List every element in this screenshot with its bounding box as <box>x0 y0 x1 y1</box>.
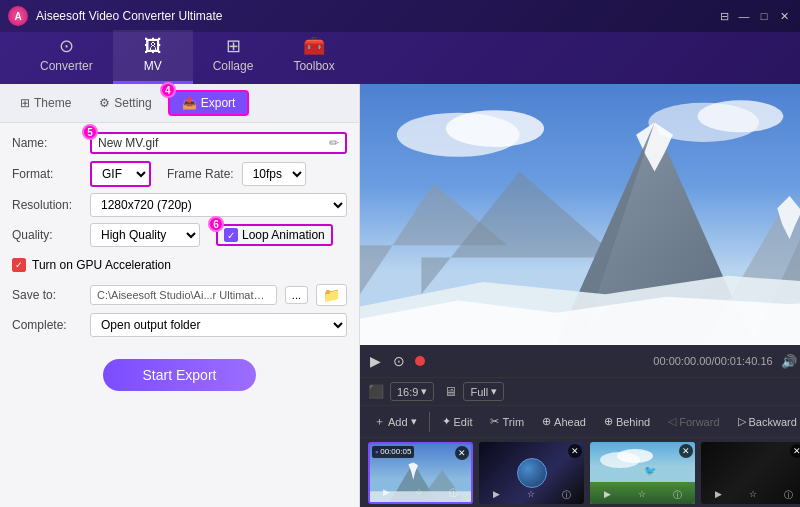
chat-icon-btn[interactable]: ⊟ <box>716 8 732 24</box>
add-chevron-icon: ▾ <box>411 415 417 428</box>
thumb-4-info-icon[interactable]: ⓘ <box>784 489 793 502</box>
thumb-4-play-icon[interactable]: ▶ <box>715 489 722 502</box>
ahead-button[interactable]: ⊕ Ahead <box>536 413 592 430</box>
divider-1 <box>429 412 430 432</box>
collage-icon: ⊞ <box>226 35 241 57</box>
stop-button[interactable]: ⊙ <box>391 353 407 369</box>
quality-select[interactable]: High Quality Medium Quality Low Quality <box>90 223 200 247</box>
chevron-down-icon-2: ▾ <box>491 385 497 398</box>
framerate-select[interactable]: 10fps 15fps 24fps 30fps <box>242 162 306 186</box>
aspect-ratio-button[interactable]: 16:9 ▾ <box>390 382 434 401</box>
complete-select[interactable]: Open output folder Do nothing Shut down <box>90 313 347 337</box>
thumb-1-controls: ▶ ☆ ⓘ <box>370 487 471 500</box>
scissors-icon: ✂ <box>490 415 499 428</box>
thumb-3-play-icon[interactable]: ▶ <box>604 489 611 502</box>
trim-button[interactable]: ✂ Trim <box>484 413 530 430</box>
thumb-2-close[interactable]: ✕ <box>568 444 582 458</box>
edit-button[interactable]: ✦ Edit <box>436 413 479 430</box>
nav-bar: ⊙ Converter 🖼 MV ⊞ Collage 🧰 Toolbox <box>0 32 800 84</box>
plus-icon: ＋ <box>374 414 385 429</box>
record-indicator <box>415 356 425 366</box>
volume-icon[interactable]: 🔊 <box>781 354 797 369</box>
gpu-checkbox[interactable]: ✓ <box>12 258 26 272</box>
thumb-1-star-icon[interactable]: ☆ <box>415 487 423 500</box>
thumb-1-overlay: ▪ 00:00:05 <box>372 446 414 458</box>
tab-toolbox[interactable]: 🧰 Toolbox <box>273 29 354 84</box>
converter-icon: ⊙ <box>59 35 74 57</box>
thumb-4-close[interactable]: ✕ <box>790 444 800 458</box>
play-button[interactable]: ▶ <box>368 353 383 369</box>
thumbnail-3[interactable]: 🐦 ✕ ▶ ☆ ⓘ <box>590 442 695 504</box>
thumbnail-4[interactable]: ✕ ▶ ☆ ⓘ <box>701 442 800 504</box>
aspect-ratio-icon: ⬛ <box>368 384 384 399</box>
thumb-1-close[interactable]: ✕ <box>455 446 469 460</box>
thumb-3-controls: ▶ ☆ ⓘ <box>590 489 695 502</box>
chevron-down-icon: ▾ <box>421 385 427 398</box>
size-button[interactable]: Full ▾ <box>463 382 504 401</box>
step-badge-6: 6 <box>208 216 224 232</box>
thumb-3-close[interactable]: ✕ <box>679 444 693 458</box>
format-select[interactable]: GIF MP4 AVI <box>92 163 149 185</box>
forward-button[interactable]: ◁ Forward <box>662 413 725 430</box>
thumb-3-star-icon[interactable]: ☆ <box>638 489 646 502</box>
monitor-icon: 🖥 <box>444 384 457 399</box>
mv-icon: 🖼 <box>144 36 162 57</box>
thumb-1-play-icon[interactable]: ▶ <box>383 487 390 500</box>
video-frame: AISEESOFT <box>360 84 800 345</box>
sub-nav: ⊞ Theme ⚙ Setting 4 📤 Export <box>0 84 359 123</box>
add-button[interactable]: ＋ Add ▾ <box>368 412 423 431</box>
grid-icon: ⊞ <box>20 96 30 110</box>
behind-button[interactable]: ⊕ Behind <box>598 413 656 430</box>
theme-button[interactable]: ⊞ Theme <box>8 90 83 116</box>
tab-collage[interactable]: ⊞ Collage <box>193 29 274 84</box>
browse-dots-button[interactable]: ... <box>285 286 308 304</box>
resolution-select[interactable]: 1280x720 (720p) 1920x1080 (1080p) 854x48… <box>90 193 347 217</box>
start-export-left-button[interactable]: Start Export <box>103 359 257 391</box>
complete-row: Complete: Open output folder Do nothing … <box>12 313 347 337</box>
thumb-2-star-icon[interactable]: ☆ <box>527 489 535 502</box>
thumb-3-info-icon[interactable]: ⓘ <box>673 489 682 502</box>
thumbnail-2[interactable]: ✕ ▶ ☆ ⓘ <box>479 442 584 504</box>
thumbnail-1[interactable]: ▪ 00:00:05 ✕ ▶ ☆ ⓘ <box>368 442 473 504</box>
minimize-button[interactable]: — <box>736 8 752 24</box>
tab-converter[interactable]: ⊙ Converter <box>20 29 113 84</box>
left-panel: ⊞ Theme ⚙ Setting 4 📤 Export Name: 5 <box>0 84 360 507</box>
tab-mv[interactable]: 🖼 MV <box>113 30 193 84</box>
setting-button[interactable]: ⚙ Setting <box>87 90 163 116</box>
framerate-label: Frame Rate: <box>167 167 234 181</box>
name-input-wrap: New MV.gif ✏ <box>90 132 347 154</box>
backward-button[interactable]: ▷ Backward <box>732 413 801 430</box>
toolbox-icon: 🧰 <box>303 35 325 57</box>
svg-point-22 <box>617 449 653 463</box>
quality-row: Quality: High Quality Medium Quality Low… <box>12 223 347 247</box>
svg-point-2 <box>446 110 544 147</box>
maximize-button[interactable]: □ <box>756 8 772 24</box>
forward-icon: ◁ <box>668 415 676 428</box>
time-display: 00:00:00.00/00:01:40.16 <box>607 355 773 367</box>
quality-label: Quality: <box>12 228 82 242</box>
thumb-2-play-icon[interactable]: ▶ <box>493 489 500 502</box>
export-button[interactable]: 📤 Export <box>168 90 250 116</box>
loop-check-icon: ✓ <box>224 228 238 242</box>
main-content: ⊞ Theme ⚙ Setting 4 📤 Export Name: 5 <box>0 84 800 507</box>
thumb-1-tag-icon: ▪ <box>375 447 378 457</box>
name-value-text: New MV.gif <box>98 136 325 150</box>
format-label: Format: <box>12 167 82 181</box>
close-button[interactable]: ✕ <box>776 8 792 24</box>
step-badge-4: 4 <box>160 82 176 98</box>
open-folder-button[interactable]: 📁 <box>316 284 347 306</box>
form-section: Name: 5 New MV.gif ✏ Format: GIF MP4 AVI <box>0 123 359 507</box>
behind-icon: ⊕ <box>604 415 613 428</box>
edit-icon[interactable]: ✏ <box>329 136 339 150</box>
loop-animation-checkbox[interactable]: ✓ Loop Animation <box>216 224 333 246</box>
thumb-4-controls: ▶ ☆ ⓘ <box>701 489 800 502</box>
thumb-1-info-icon[interactable]: ⓘ <box>449 487 458 500</box>
title-bar: A Aiseesoft Video Converter Ultimate ⊟ —… <box>0 0 800 32</box>
gpu-label: Turn on GPU Acceleration <box>32 258 171 272</box>
saveto-label: Save to: <box>12 288 82 302</box>
thumb-4-star-icon[interactable]: ☆ <box>749 489 757 502</box>
format-row: Format: GIF MP4 AVI Frame Rate: 10fps 15… <box>12 161 347 187</box>
resolution-row: Resolution: 1280x720 (720p) 1920x1080 (1… <box>12 193 347 217</box>
right-panel: AISEESOFT ▶ ⊙ 00:00:00.00/00:01:40.16 🔊 … <box>360 84 800 507</box>
thumb-2-info-icon[interactable]: ⓘ <box>562 489 571 502</box>
